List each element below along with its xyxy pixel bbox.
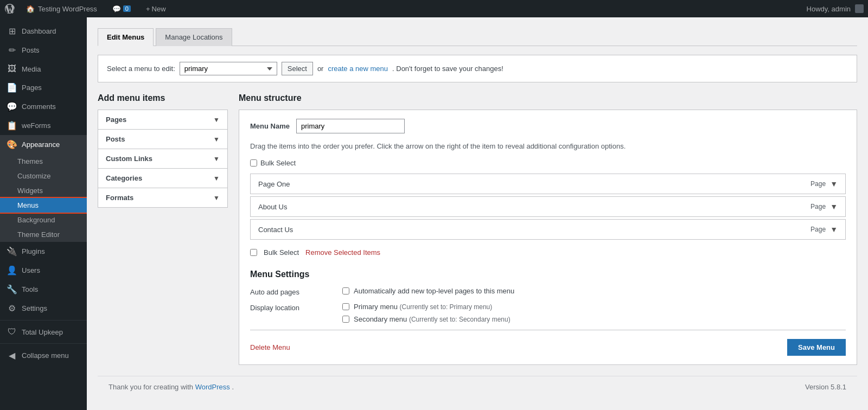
menu-item-contact-us-arrow[interactable]: ▼ — [830, 225, 838, 234]
accordion-posts: Posts ▼ — [98, 129, 228, 149]
dashboard-icon: ⊞ — [7, 26, 17, 36]
accordion-arrow-posts: ▼ — [213, 136, 220, 143]
save-menu-button[interactable]: Save Menu — [787, 339, 846, 356]
display-location-label: Display location — [250, 304, 321, 312]
page-footer: Thank you for creating with WordPress . … — [98, 376, 857, 398]
accordion-custom-links: Custom Links ▼ — [98, 149, 228, 169]
sidebar-item-comments[interactable]: 💬 Comments — [0, 97, 87, 116]
sidebar-item-media[interactable]: 🖼 Media — [0, 60, 87, 78]
adminbar-site-name[interactable]: 🏠 Testing WordPress — [22, 0, 101, 17]
auto-add-pages-label: Auto add pages — [250, 288, 321, 296]
adminbar-comments[interactable]: 💬 0 — [108, 0, 135, 17]
add-menu-items-title: Add menu items — [98, 93, 228, 103]
menu-item-page-one-label: Page One — [258, 180, 290, 188]
primary-menu-location-checkbox[interactable] — [342, 303, 349, 310]
sidebar-item-weforms[interactable]: 📋 weForms — [0, 116, 87, 135]
main-content: Edit Menus Manage Locations Select a men… — [87, 17, 868, 410]
sidebar-item-users[interactable]: 👤 Users — [0, 261, 87, 280]
accordion-header-pages[interactable]: Pages ▼ — [98, 110, 227, 129]
weforms-icon: 📋 — [7, 120, 17, 131]
hint-text: . Don't forget to save your changes! — [392, 65, 503, 73]
tab-wrapper: Edit Menus Manage Locations — [98, 28, 857, 46]
accordion-arrow-custom-links: ▼ — [213, 155, 220, 163]
sidebar-item-dashboard[interactable]: ⊞ Dashboard — [0, 22, 87, 41]
plugins-icon: 🔌 — [7, 246, 17, 257]
wordpress-link[interactable]: WordPress — [195, 383, 230, 391]
admin-bar: 🏠 Testing WordPress 💬 0 + New Howdy, adm… — [0, 0, 868, 17]
sidebar-item-total-upkeep[interactable]: 🛡 Total Upkeep — [0, 323, 87, 341]
bulk-select-label-bottom: Bulk Select — [264, 248, 299, 257]
display-location-row: Display location Primary menu (Currently… — [250, 303, 846, 323]
accordion-header-formats[interactable]: Formats ▼ — [98, 188, 227, 207]
sidebar-item-background[interactable]: Background — [0, 213, 87, 227]
accordion-formats: Formats ▼ — [98, 188, 228, 208]
menu-separator-2 — [0, 343, 87, 344]
tab-edit-menus[interactable]: Edit Menus — [98, 28, 154, 46]
sidebar-item-appearance[interactable]: 🎨 Appearance — [0, 135, 87, 154]
tab-manage-locations[interactable]: Manage Locations — [156, 28, 232, 46]
sidebar-item-settings[interactable]: ⚙ Settings — [0, 299, 87, 318]
create-new-menu-link[interactable]: create a new menu — [328, 65, 388, 73]
menu-item-contact-us-label: Contact Us — [258, 226, 293, 234]
sidebar-item-theme-editor[interactable]: Theme Editor — [0, 227, 87, 242]
select-button[interactable]: Select — [282, 62, 313, 75]
admin-sidebar: ⊞ Dashboard ✏ Posts 🖼 Media 📄 Pages 💬 Co… — [0, 17, 87, 410]
total-upkeep-icon: 🛡 — [7, 327, 17, 337]
accordion-header-custom-links[interactable]: Custom Links ▼ — [98, 149, 227, 168]
accordion-header-categories[interactable]: Categories ▼ — [98, 169, 227, 188]
sidebar-item-plugins[interactable]: 🔌 Plugins — [0, 242, 87, 261]
comments-icon: 💬 — [7, 101, 17, 112]
accordion-header-posts[interactable]: Posts ▼ — [98, 130, 227, 149]
tools-icon: 🔧 — [7, 284, 17, 294]
accordion-pages: Pages ▼ — [98, 110, 228, 130]
menu-item-page-one-type: Page — [810, 180, 826, 188]
accordion-categories: Categories ▼ — [98, 168, 228, 188]
adminbar-right: Howdy, admin — [807, 4, 864, 13]
accordion-arrow-categories: ▼ — [213, 175, 220, 182]
menu-items-list: Page One Page ▼ About Us — [250, 174, 846, 240]
sidebar-item-menus[interactable]: Menus — [0, 198, 87, 213]
menus-layout: Add menu items Pages ▼ Posts ▼ Custom Li — [98, 93, 857, 365]
menu-item-row-page-one[interactable]: Page One Page ▼ — [250, 174, 846, 194]
posts-icon: ✏ — [7, 45, 17, 55]
menu-select-dropdown[interactable]: primary secondary — [180, 62, 277, 75]
menu-settings-title: Menu Settings — [250, 270, 846, 279]
menu-item-about-us-arrow[interactable]: ▼ — [830, 202, 838, 211]
menu-settings-section: Menu Settings Auto add pages Automatical… — [250, 270, 846, 323]
sidebar-collapse-menu[interactable]: ◀ Collapse menu — [0, 346, 87, 365]
menu-name-row: Menu Name — [250, 119, 846, 133]
menu-item-page-one-arrow[interactable]: ▼ — [830, 180, 838, 188]
wp-logo[interactable] — [4, 3, 15, 14]
auto-add-pages-checkbox[interactable] — [342, 287, 349, 294]
bulk-select-checkbox-top[interactable] — [250, 159, 257, 166]
secondary-menu-location-label: Secondary menu (Currently set to: Second… — [354, 315, 510, 323]
remove-selected-items-link[interactable]: Remove Selected Items — [305, 248, 380, 257]
sidebar-item-pages[interactable]: 📄 Pages — [0, 78, 87, 97]
delete-menu-button[interactable]: Delete Menu — [250, 343, 290, 351]
menu-item-about-us-type: Page — [810, 203, 826, 210]
sidebar-item-widgets[interactable]: Widgets — [0, 183, 87, 198]
menu-name-input[interactable] — [296, 119, 405, 133]
adminbar-new[interactable]: + New — [142, 0, 170, 17]
collapse-icon: ◀ — [7, 350, 17, 361]
sidebar-item-tools[interactable]: 🔧 Tools — [0, 280, 87, 299]
sidebar-item-themes[interactable]: Themes — [0, 154, 87, 169]
bulk-select-checkbox-bottom[interactable] — [250, 249, 257, 256]
or-text: or — [317, 65, 324, 73]
sidebar-item-customize[interactable]: Customize — [0, 169, 87, 183]
menu-name-label: Menu Name — [250, 122, 290, 130]
footer-left: Thank you for creating with WordPress . — [108, 383, 234, 391]
select-menu-label: Select a menu to edit: — [107, 65, 175, 73]
menu-item-about-us-label: About Us — [258, 203, 287, 211]
appearance-icon: 🎨 — [7, 139, 17, 150]
menu-structure-title: Menu structure — [239, 93, 857, 103]
accordion-arrow-pages: ▼ — [213, 116, 220, 124]
auto-add-pages-desc: Automatically add new top-level pages to… — [354, 287, 514, 295]
bulk-select-label-top: Bulk Select — [260, 159, 296, 167]
sidebar-item-posts[interactable]: ✏ Posts — [0, 41, 87, 60]
menu-item-row-about-us[interactable]: About Us Page ▼ — [250, 196, 846, 217]
secondary-menu-location-checkbox[interactable] — [342, 316, 349, 323]
bulk-select-row-bottom: Bulk Select Remove Selected Items — [250, 248, 846, 257]
menu-item-row-contact-us[interactable]: Contact Us Page ▼ — [250, 219, 846, 240]
right-panel: Menu structure Menu Name Drag the items … — [239, 93, 857, 365]
